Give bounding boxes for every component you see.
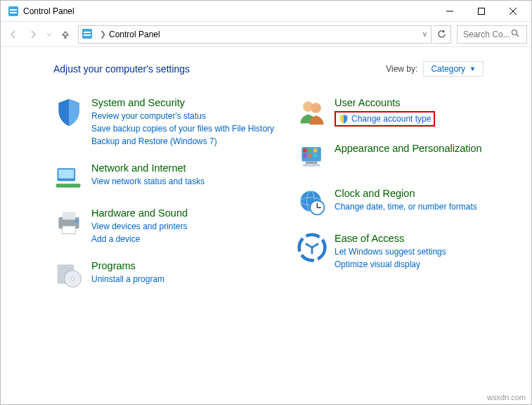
svg-rect-4 [478,8,484,14]
control-panel-icon [82,28,94,41]
category-link[interactable]: Change date, time, or number formats [335,200,477,213]
category-link[interactable]: Backup and Restore (Windows 7) [91,135,274,148]
back-button[interactable] [5,26,22,43]
toolbar: ❯ Control Panel v [1,22,531,47]
search-input[interactable] [462,29,511,40]
category-link[interactable]: Optimize visual display [335,258,446,271]
uac-shield-icon [339,114,349,124]
view-by-value: Category [431,64,465,74]
svg-rect-18 [63,226,75,233]
svg-rect-30 [313,153,318,158]
svg-rect-31 [306,161,318,164]
highlighted-link-box: Change account type [335,111,435,127]
category-title[interactable]: System and Security [91,96,274,110]
recent-locations-button[interactable] [44,26,54,43]
category-link[interactable]: Uninstall a program [91,273,164,285]
maximize-button[interactable] [465,1,497,21]
svg-rect-0 [8,6,18,16]
category-ease-of-access: Ease of Access Let Windows suggest setti… [297,232,526,271]
category-title[interactable]: Programs [91,259,164,273]
address-history-dropdown[interactable]: v [419,30,431,38]
category-title[interactable]: Hardware and Sound [91,207,188,220]
category-appearance-and-personalization: Appearance and Personalization [297,142,526,173]
svg-rect-29 [309,153,313,158]
chevron-down-icon: ▼ [469,65,476,72]
category-user-accounts: User Accounts Change account type [297,96,526,128]
svg-rect-28 [303,153,307,158]
up-button[interactable] [57,26,74,43]
clock-icon[interactable] [297,187,327,218]
svg-rect-32 [303,164,320,167]
view-by-control: View by: Category ▼ [386,61,484,77]
disc-icon[interactable] [53,259,84,290]
forward-button[interactable] [25,26,41,43]
svg-rect-13 [58,169,74,179]
svg-rect-25 [303,148,307,153]
svg-rect-8 [84,32,91,33]
category-link[interactable]: Add a device [91,233,188,245]
ease-of-access-icon[interactable] [297,232,327,263]
svg-point-17 [75,219,78,222]
category-link[interactable]: Save backup copies of your files with Fi… [91,122,274,135]
svg-rect-7 [82,29,92,39]
category-clock-and-region: Clock and Region Change date, time, or n… [297,187,526,218]
svg-point-21 [71,276,75,281]
watermark: wsxdn.com [487,393,526,401]
category-system-and-security: System and Security Review your computer… [53,96,283,148]
shield-icon[interactable] [53,96,84,127]
window-controls [434,1,528,21]
svg-rect-27 [313,148,318,153]
category-link[interactable]: View devices and printers [91,220,188,233]
minimize-button[interactable] [434,1,465,21]
category-title[interactable]: Network and Internet [91,162,205,175]
left-column: System and Security Review your computer… [53,96,283,290]
svg-rect-14 [56,184,81,188]
control-panel-icon [8,6,19,17]
search-icon [511,29,519,39]
category-title[interactable]: User Accounts [335,96,435,110]
printer-icon[interactable] [53,207,84,238]
user-accounts-icon[interactable] [297,96,327,127]
right-column: User Accounts Change account type [297,96,526,290]
category-link[interactable]: View network status and tasks [91,175,205,188]
refresh-button[interactable] [433,25,451,44]
page-title: Adjust your computer's settings [53,63,190,75]
category-network-and-internet: Network and Internet View network status… [53,162,283,193]
search-box[interactable] [457,25,527,44]
category-programs: Programs Uninstall a program [53,259,283,290]
breadcrumb[interactable]: Control Panel [109,30,419,39]
category-hardware-and-sound: Hardware and Sound View devices and prin… [53,207,283,245]
category-title[interactable]: Ease of Access [335,232,446,245]
svg-rect-1 [10,9,17,11]
svg-point-23 [311,103,321,113]
content-area: Adjust your computer's settings View by:… [1,47,531,404]
svg-line-11 [517,34,519,37]
svg-rect-16 [63,212,75,219]
svg-rect-26 [309,148,313,153]
category-title[interactable]: Appearance and Personalization [335,142,482,155]
category-link[interactable]: Let Windows suggest settings [335,245,446,258]
svg-rect-9 [84,34,91,36]
titlebar: Control Panel [1,1,531,22]
network-icon[interactable] [53,162,84,193]
svg-point-10 [512,30,517,35]
category-title[interactable]: Clock and Region [335,187,477,200]
breadcrumb-separator-icon[interactable]: ❯ [97,30,109,39]
category-link[interactable]: Review your computer's status [91,110,274,122]
change-account-type-link[interactable]: Change account type [351,115,431,123]
address-bar[interactable]: ❯ Control Panel v [78,25,432,44]
window-title: Control Panel [23,6,434,16]
svg-rect-2 [10,12,17,13]
control-panel-window: Control Panel ❯ Control Panel v [0,0,532,405]
appearance-icon[interactable] [297,142,327,173]
view-by-dropdown[interactable]: Category ▼ [423,61,484,77]
view-by-label: View by: [386,64,417,74]
close-button[interactable] [497,1,528,21]
